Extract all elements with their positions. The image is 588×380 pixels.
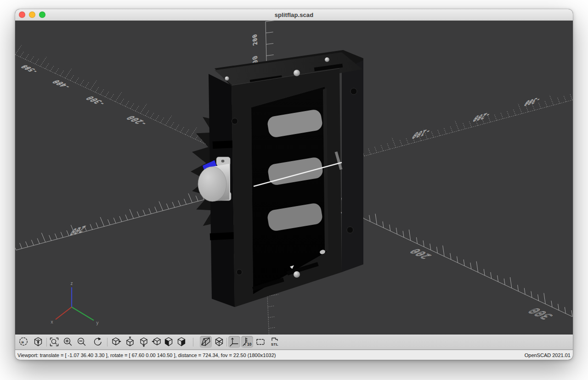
ruler-line bbox=[501, 113, 503, 119]
ruler-line bbox=[155, 115, 159, 121]
view-back-icon bbox=[176, 336, 187, 347]
ruler-line bbox=[266, 44, 273, 45]
ruler-line bbox=[484, 269, 485, 275]
toolbar-button-view-left[interactable] bbox=[151, 336, 163, 348]
x-axis-label: -300 bbox=[84, 95, 108, 106]
ruler-line bbox=[538, 102, 541, 108]
ruler-line bbox=[390, 224, 390, 231]
indicator-x-label: x bbox=[51, 319, 53, 324]
splitflap-3d-model bbox=[191, 50, 363, 307]
toolbar-button-zoom-in[interactable] bbox=[62, 336, 74, 348]
indicator-y-axis bbox=[72, 307, 94, 320]
ruler-line bbox=[431, 131, 434, 137]
toolbar-button-show-axes[interactable] bbox=[228, 336, 240, 348]
title-bar[interactable]: splitflap.scad bbox=[15, 9, 573, 21]
toolbar-button-view-perspective[interactable] bbox=[200, 336, 212, 348]
ruler-line bbox=[268, 317, 275, 318]
toolbar-button-zoom-out[interactable] bbox=[76, 336, 88, 348]
ruler-line bbox=[184, 199, 187, 204]
toolbar-separator bbox=[107, 338, 107, 346]
ruler-line bbox=[55, 68, 59, 73]
ruler-line bbox=[55, 234, 57, 239]
ruler-line bbox=[565, 307, 565, 313]
indicator-y-label: y bbox=[96, 320, 99, 325]
orthogonal-icon bbox=[214, 336, 225, 347]
ruler-line bbox=[96, 223, 98, 228]
toolbar-button-view-bottom[interactable] bbox=[138, 336, 150, 348]
ruler-line bbox=[26, 241, 28, 247]
indicator-x-axis bbox=[56, 307, 72, 319]
ruler-line bbox=[136, 106, 139, 111]
ruler-line bbox=[166, 204, 169, 209]
ruler-line bbox=[143, 210, 145, 215]
ruler-line bbox=[160, 117, 164, 123]
z-axis-label: 200 bbox=[252, 33, 259, 46]
toolbar-separator bbox=[193, 338, 193, 346]
y-axis-label: -300 bbox=[522, 95, 542, 107]
toolbar-button-show-scale-markers[interactable]: 10 bbox=[241, 336, 253, 348]
toolbar-button-show-crosshairs[interactable] bbox=[254, 336, 266, 348]
toolbar-button-view-front[interactable] bbox=[163, 336, 175, 348]
svg-text:STL: STL bbox=[271, 342, 278, 346]
ruler-line bbox=[469, 121, 471, 127]
ruler-line bbox=[558, 97, 560, 103]
ruler-line bbox=[30, 56, 34, 61]
ruler-line bbox=[165, 116, 172, 125]
ruler-line bbox=[549, 95, 554, 105]
ruler-line bbox=[387, 143, 390, 149]
toolbar-button-view-right[interactable] bbox=[110, 336, 122, 348]
ruler-line bbox=[268, 306, 274, 307]
ruler-line bbox=[513, 109, 515, 115]
ruler-line bbox=[518, 285, 519, 291]
toolbar-button-reset-view[interactable] bbox=[92, 336, 104, 348]
orientation-indicator: z x y bbox=[51, 281, 99, 325]
indicator-z-label: z bbox=[71, 281, 73, 286]
ruler-line bbox=[498, 275, 498, 282]
x-axis-label: -400 bbox=[50, 79, 73, 89]
y-axis-label: 200 bbox=[68, 224, 87, 237]
ruler-line bbox=[524, 288, 525, 295]
3d-canvas[interactable]: -500 -400 -300 -200 100 200 300 200 -100… bbox=[15, 21, 573, 336]
ruler-line bbox=[31, 240, 34, 246]
toolbar-button-zoom-all[interactable] bbox=[48, 336, 60, 348]
frame-hole bbox=[347, 227, 353, 233]
ruler-line bbox=[61, 232, 63, 238]
ruler-line bbox=[545, 101, 547, 107]
ruler-line bbox=[95, 87, 99, 92]
close-button[interactable] bbox=[19, 11, 25, 18]
ruler-line bbox=[368, 148, 371, 154]
left-panel-slot bbox=[210, 232, 236, 240]
ruler-line bbox=[269, 328, 275, 329]
ruler-line bbox=[510, 277, 512, 288]
ruler-line bbox=[416, 237, 417, 244]
ruler-line bbox=[518, 103, 522, 113]
y-axis-label: -100 bbox=[410, 127, 433, 140]
ruler-line bbox=[507, 111, 509, 117]
ruler-line bbox=[155, 207, 157, 212]
toolbar-button-view-orthogonal[interactable] bbox=[213, 336, 225, 348]
toolbar-button-view-back[interactable] bbox=[175, 336, 187, 348]
window-title: splitflap.scad bbox=[275, 11, 313, 18]
ruler-line bbox=[374, 147, 377, 153]
ruler-line bbox=[457, 257, 458, 263]
toolbar-separator bbox=[226, 338, 227, 346]
ruler-line bbox=[119, 216, 122, 222]
zoom-out-icon bbox=[76, 336, 87, 347]
version-text: OpenSCAD 2021.01 bbox=[525, 352, 571, 358]
3d-viewport[interactable]: -500 -400 -300 -200 100 200 300 200 -100… bbox=[15, 21, 573, 335]
ruler-line bbox=[266, 21, 278, 22]
ruler-line bbox=[544, 293, 545, 304]
toolbar-button-view-all[interactable] bbox=[32, 336, 44, 348]
toolbar-button-view-top[interactable] bbox=[124, 336, 136, 348]
toolbar-button-animate[interactable]: » bbox=[17, 336, 29, 348]
zoom-button[interactable] bbox=[39, 11, 45, 18]
ruler-line bbox=[110, 94, 114, 99]
ruler-line bbox=[178, 201, 181, 206]
ruler-line bbox=[551, 301, 552, 307]
toolbar-button-export-stl[interactable]: STL bbox=[267, 336, 282, 348]
toolbar-separator bbox=[46, 338, 47, 346]
ruler-line bbox=[85, 82, 89, 88]
y-axis-label: -200 bbox=[471, 110, 492, 123]
minimize-button[interactable] bbox=[29, 11, 35, 18]
ruler-line bbox=[476, 261, 478, 272]
